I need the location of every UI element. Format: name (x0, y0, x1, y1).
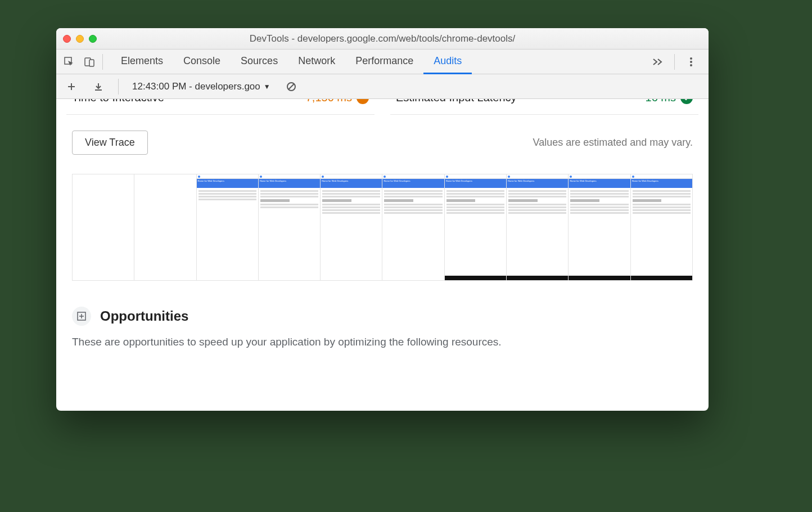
window-title: DevTools - developers.google.com/web/too… (56, 33, 709, 44)
metric-label: Estimated Input Latency (396, 99, 517, 104)
inspect-icon[interactable] (60, 52, 79, 71)
metric-value: 16 ms (646, 99, 693, 104)
metric-tti: Time to Interactive 7,150 ms (66, 99, 375, 115)
tabs: Elements Console Sources Network Perform… (111, 50, 647, 74)
clear-icon[interactable] (282, 77, 301, 96)
filmstrip-frame: Home for Web Developers (197, 174, 259, 280)
filmstrip-frame: Home for Web Developers (382, 174, 444, 280)
audit-run-label: 12:43:00 PM - developers.goo (132, 81, 260, 92)
filmstrip-frame: Home for Web Developers (507, 174, 569, 280)
device-toggle-icon[interactable] (80, 52, 99, 71)
separator (674, 54, 675, 70)
filmstrip-frame: Home for Web Developers (445, 174, 507, 280)
filmstrip[interactable]: Home for Web Developers Home for Web Dev… (72, 174, 693, 281)
filmstrip-frame (73, 174, 134, 280)
svg-point-4 (690, 61, 692, 63)
tab-console[interactable]: Console (173, 50, 231, 74)
tab-network[interactable]: Network (288, 50, 345, 74)
svg-line-7 (288, 84, 294, 89)
titlebar: DevTools - developers.google.com/web/too… (56, 28, 709, 50)
filmstrip-frame: Home for Web Developers (321, 174, 382, 280)
filmstrip-frame: Home for Web Developers (259, 174, 321, 280)
pass-badge-icon (680, 99, 693, 104)
svg-point-5 (690, 64, 692, 66)
metric-latency: Estimated Input Latency 16 ms (390, 99, 698, 115)
tab-elements[interactable]: Elements (111, 50, 173, 74)
tab-audits[interactable]: Audits (423, 50, 472, 74)
new-audit-icon[interactable] (62, 77, 81, 96)
devtools-window: DevTools - developers.google.com/web/too… (56, 28, 709, 411)
audit-content: Time to Interactive 7,150 ms Estimated I… (56, 99, 709, 411)
kebab-menu-icon[interactable] (682, 52, 701, 71)
metric-label: Time to Interactive (72, 99, 164, 104)
opportunities-section: Opportunities These are opportunities to… (66, 307, 698, 348)
svg-rect-2 (89, 60, 94, 66)
tab-sources[interactable]: Sources (231, 50, 288, 74)
separator (118, 79, 119, 95)
tab-performance[interactable]: Performance (345, 50, 423, 74)
svg-point-3 (690, 57, 692, 60)
separator (102, 54, 103, 70)
metric-value: 7,150 ms (306, 99, 369, 104)
opportunities-description: These are opportunities to speed up your… (72, 336, 693, 348)
audit-run-selector[interactable]: 12:43:00 PM - developers.goo ▼ (129, 80, 274, 93)
devtools-tabbar: Elements Console Sources Network Perform… (56, 50, 709, 74)
warning-badge-icon (357, 99, 369, 104)
opportunities-title: Opportunities (100, 308, 188, 324)
metrics-row: Time to Interactive 7,150 ms Estimated I… (66, 99, 698, 115)
dropdown-icon: ▼ (264, 83, 270, 91)
view-trace-button[interactable]: View Trace (72, 131, 148, 155)
opportunities-icon (72, 307, 91, 326)
filmstrip-frame (134, 174, 196, 280)
more-tabs-icon[interactable] (648, 52, 667, 71)
filmstrip-frame: Home for Web Developers (631, 174, 692, 280)
disclaimer-text: Values are estimated and may vary. (533, 137, 693, 149)
filmstrip-frame: Home for Web Developers (569, 174, 630, 280)
download-icon[interactable] (89, 77, 108, 96)
opportunities-header: Opportunities (72, 307, 693, 326)
trace-row: View Trace Values are estimated and may … (66, 131, 698, 155)
audits-subbar: 12:43:00 PM - developers.goo ▼ (56, 74, 709, 99)
